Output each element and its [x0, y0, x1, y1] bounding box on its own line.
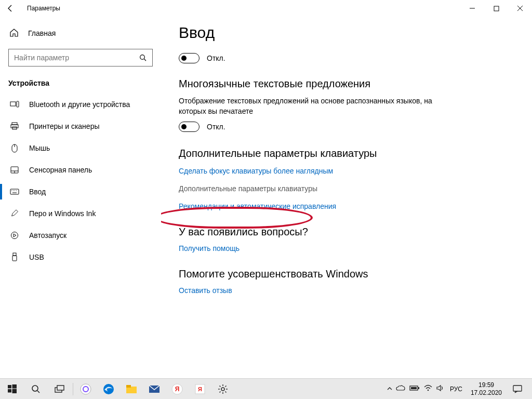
taskbar-search[interactable]	[24, 379, 48, 399]
multilang-description: Отображение текстовых предложений на осн…	[179, 96, 449, 116]
sidebar-item-mouse[interactable]: Мышь	[0, 137, 161, 159]
taskbar-app-yandex2[interactable]: Я	[189, 379, 211, 399]
svg-rect-37	[126, 385, 131, 388]
section-questions: У вас появились вопросы?	[179, 226, 520, 238]
svg-point-4	[140, 55, 144, 59]
svg-line-30	[37, 391, 39, 393]
sidebar-item-autoplay[interactable]: Автозапуск	[0, 224, 161, 246]
sidebar-item-touchpad[interactable]: Сенсорная панель	[0, 159, 161, 181]
svg-point-22	[11, 232, 18, 239]
home-icon	[9, 28, 19, 39]
touchpad-icon	[9, 166, 20, 174]
taskbar-app-alice[interactable]	[74, 379, 97, 399]
tray-language[interactable]: РУС	[448, 385, 464, 393]
keyboard-icon	[9, 189, 20, 195]
svg-rect-9	[11, 125, 18, 128]
svg-rect-7	[17, 101, 19, 107]
link-keyboard-focus[interactable]: Сделать фокус клавиатуры более наглядным	[179, 167, 520, 175]
svg-rect-26	[12, 384, 17, 389]
taskbar-app-settings[interactable]	[211, 379, 234, 399]
sidebar-item-label: Принтеры и сканеры	[29, 122, 99, 130]
task-view-button[interactable]	[48, 379, 72, 399]
tray-wifi-icon[interactable]	[424, 384, 432, 393]
search-icon	[138, 54, 148, 62]
svg-rect-6	[10, 102, 16, 106]
svg-rect-8	[12, 123, 17, 125]
sidebar-item-label: Ввод	[29, 188, 46, 196]
link-get-help[interactable]: Получить помощь	[179, 244, 520, 252]
start-button[interactable]	[0, 379, 24, 399]
devices-icon	[9, 101, 20, 108]
section-feedback: Помогите усовершенствовать Windows	[179, 268, 520, 280]
tray-chevron-up-icon[interactable]	[387, 385, 393, 393]
tray-date: 17.02.2020	[471, 389, 502, 396]
svg-rect-27	[8, 389, 11, 393]
svg-text:Я: Я	[198, 386, 202, 392]
content-area: Ввод Откл. Многоязычные текстовые предло…	[161, 17, 532, 378]
sidebar-item-label: Перо и Windows Ink	[29, 209, 96, 218]
sidebar-item-label: Сенсорная панель	[29, 166, 92, 174]
action-center-button[interactable]	[508, 385, 527, 393]
section-advanced: Дополнительные параметры клавиатуры	[179, 148, 520, 159]
svg-rect-32	[57, 385, 64, 390]
svg-rect-28	[12, 389, 17, 394]
link-autocorrect[interactable]: Рекомендации и автоматические исправлени…	[179, 202, 520, 210]
maximize-button[interactable]	[484, 0, 508, 17]
svg-point-47	[428, 390, 429, 391]
svg-rect-48	[513, 385, 522, 391]
svg-point-29	[32, 385, 38, 391]
tray-time: 19:59	[471, 381, 502, 389]
sidebar-item-pen[interactable]: Перо и Windows Ink	[0, 203, 161, 224]
minimize-button[interactable]	[460, 0, 484, 17]
page-title: Ввод	[179, 24, 520, 42]
taskbar-app-yandex[interactable]: Я	[166, 379, 189, 399]
taskbar-app-mail[interactable]	[143, 379, 166, 399]
svg-rect-23	[13, 253, 16, 256]
sidebar-item-label: Bluetooth и другие устройства	[29, 100, 130, 109]
mouse-icon	[9, 144, 20, 153]
sidebar-item-label: USB	[29, 253, 44, 261]
svg-line-5	[144, 59, 146, 61]
home-nav[interactable]: Главная	[0, 23, 161, 44]
section-multilang: Многоязычные текстовые предложения	[179, 78, 520, 90]
tray-clock[interactable]: 19:59 17.02.2020	[468, 381, 505, 396]
pen-icon	[9, 209, 20, 218]
taskbar: Я Я	[0, 378, 532, 399]
usb-icon	[9, 252, 20, 262]
printer-icon	[9, 122, 20, 130]
window-title: Параметры	[27, 5, 60, 12]
sidebar-item-label: Мышь	[29, 144, 50, 152]
sidebar: Главная Устройства Bluetooth и другие ус…	[0, 17, 161, 378]
home-label: Главная	[28, 29, 56, 37]
back-button[interactable]	[6, 4, 27, 12]
sidebar-category: Устройства	[0, 71, 161, 90]
search-input[interactable]	[14, 54, 138, 62]
svg-rect-24	[12, 256, 17, 261]
toggle-2-label: Откл.	[207, 123, 225, 131]
sidebar-item-label: Автозапуск	[29, 231, 66, 240]
svg-rect-45	[418, 387, 419, 389]
svg-rect-46	[411, 387, 417, 389]
link-advanced-keyboard[interactable]: Дополнительные параметры клавиатуры	[179, 184, 520, 193]
toggle-2[interactable]	[179, 122, 200, 132]
svg-point-43	[221, 388, 224, 391]
taskbar-app-edge[interactable]	[97, 379, 120, 399]
svg-point-33	[81, 384, 91, 394]
autoplay-icon	[9, 231, 20, 240]
toggle-1-label: Откл.	[207, 54, 225, 62]
link-feedback[interactable]: Оставить отзыв	[179, 286, 520, 295]
tray-onedrive-icon[interactable]	[396, 385, 405, 393]
search-box[interactable]	[8, 49, 153, 66]
close-button[interactable]	[508, 0, 532, 17]
sidebar-item-bluetooth[interactable]: Bluetooth и другие устройства	[0, 94, 161, 115]
svg-text:Я: Я	[175, 385, 180, 393]
toggle-1[interactable]	[179, 53, 200, 63]
sidebar-item-printers[interactable]: Принтеры и сканеры	[0, 115, 161, 137]
tray-battery-icon[interactable]	[409, 385, 420, 393]
svg-rect-16	[10, 189, 19, 194]
sidebar-item-typing[interactable]: Ввод	[0, 181, 161, 203]
taskbar-app-explorer[interactable]	[120, 379, 143, 399]
sidebar-item-usb[interactable]: USB	[0, 246, 161, 268]
tray-volume-icon[interactable]	[436, 384, 445, 393]
titlebar: Параметры	[0, 0, 532, 17]
